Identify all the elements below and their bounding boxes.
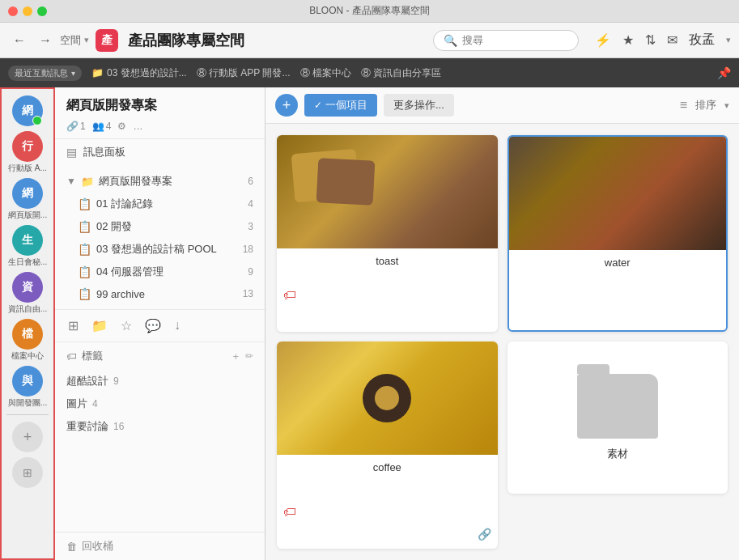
forward-button[interactable]: → [34,32,57,49]
project-settings-icon[interactable]: ⚙ [117,121,126,132]
space-icon-collab: 與 [12,366,43,397]
folder-01[interactable]: 📋 01 討論紀錄 4 [55,193,265,215]
pin-icon[interactable]: 📌 [717,66,731,79]
space-badge: 產 [96,29,118,52]
message-board-icon: ▤ [66,146,77,159]
folder-03[interactable]: 📋 03 發想過的設計稿 POOL 18 [55,238,265,261]
coffee-label: coffee [277,455,498,480]
space-title: 產品團隊專屬空間 [128,31,244,50]
one-item-button[interactable]: ✓ 一個項目 [304,94,377,117]
sidebar-message-board[interactable]: ▤ 訊息面板 [55,139,265,165]
grid-item-water[interactable]: water [508,135,728,332]
star-icon[interactable]: ★ [622,32,634,48]
toast-label: toast [277,248,498,274]
folder-shape [577,374,658,439]
folder-count-04: 9 [248,266,253,278]
breadcrumb-item-3[interactable]: ⑧ 資訊自由分享區 [361,66,441,80]
space-item-collab[interactable]: 與 與開發團... [6,366,49,408]
recent-dropdown-icon: ▾ [71,69,75,78]
nav-controls: ← → 空間 ▾ [8,32,89,49]
list-view-icon[interactable]: ≡ [680,98,687,112]
folder-icon-01: 📋 [78,197,91,210]
tab-comment[interactable]: 💬 [143,316,163,335]
window-controls[interactable] [8,6,47,16]
tag-label-0: 超酷設計 [66,374,108,388]
breadcrumb-item-0[interactable]: 📁 03 發想過的設計... [91,66,187,80]
user-menu[interactable]: 孜孟 [689,32,715,49]
space-dropdown-icon[interactable]: ▾ [84,35,89,45]
main-layout: 網 行 行動版 A... 網 網頁版開... 生 生日會秘... 資 資訊自由.… [0,87,739,560]
search-bar[interactable]: 🔍 [433,30,579,51]
folder-label-01: 01 討論紀錄 [96,197,153,211]
grid-item-coffee[interactable]: coffee 🏷 🔗 [277,342,498,549]
folder-web-project[interactable]: ▼ 📁 網頁版開發專案 6 [55,170,265,193]
tag-item-2[interactable]: 重要討論 16 [66,415,253,438]
folder-icon-web-project: 📁 [81,176,94,188]
search-icon: 🔍 [444,34,457,47]
project-more-icon[interactable]: … [133,121,142,132]
space-divider [6,414,48,415]
tag-item-1[interactable]: 圖片 4 [66,392,253,415]
trash-icon: 🗑 [66,541,77,553]
space-item-birthday[interactable]: 生 生日會秘... [6,225,49,267]
close-button[interactable] [8,6,18,16]
space-item-info[interactable]: 資 資訊自由... [6,272,49,314]
folder-count-02: 3 [248,221,253,232]
tag-add-icon[interactable]: + [232,350,239,363]
titlebar: BLOON - 產品團隊專屬空間 [0,0,739,23]
space-item-mobile[interactable]: 行 行動版 A... [6,131,49,173]
folder-04[interactable]: 📋 04 伺服器管理 9 [55,261,265,283]
breadcrumb-item-2[interactable]: ⑧ 檔案中心 [300,66,351,80]
project-header: 網頁版開發專案 🔗 1 👥 4 ⚙ … [55,87,265,139]
sort-dropdown-icon[interactable]: ▾ [724,100,729,111]
tab-star[interactable]: ☆ [119,316,134,335]
space-item-web[interactable]: 網 [6,95,49,126]
project-links: 🔗 1 [66,121,86,132]
sidebar-tabs: ⊞ 📁 ☆ 💬 ↓ [55,309,265,342]
tag-edit-icon[interactable]: ✏ [245,350,253,363]
window-title: BLOON - 產品團隊專屬空間 [309,4,430,18]
space-label-files: 檔案中心 [11,351,44,361]
breadcrumb-label-2: ⑧ 檔案中心 [300,66,351,80]
toolbar-icons: ⚡ ★ ⇅ ✉ 孜孟 ▾ [595,32,731,49]
content-area: + ✓ 一個項目 更多操作... ≡ 排序 ▾ toast 🏷 [265,87,739,560]
grid-item-material[interactable]: 素材 [508,342,728,494]
recent-badge[interactable]: 最近互動訊息 ▾ [8,66,82,81]
sort-label[interactable]: 排序 [695,98,716,112]
space-icon-info: 資 [12,272,43,303]
spaces-grid-button[interactable]: ⊞ [12,457,43,488]
tag-item-0[interactable]: 超酷設計 9 [66,370,253,392]
user-dropdown-icon[interactable]: ▾ [726,35,731,45]
folder-02[interactable]: 📋 02 開發 3 [55,215,265,238]
project-title: 網頁版開發專案 [66,97,253,114]
sidebar-footer[interactable]: 🗑 回收桶 [55,532,265,560]
link-icon: 🔗 [66,121,79,132]
search-input[interactable] [462,34,568,46]
breadcrumb-item-1[interactable]: ⑧ 行動版 APP 開發... [197,66,291,80]
tab-download[interactable]: ↓ [172,316,182,335]
breadcrumb-label-1: ⑧ 行動版 APP 開發... [197,66,291,80]
folder-icon-02: 📋 [78,220,91,233]
space-icon-web: 網 [12,95,43,126]
more-actions-button[interactable]: 更多操作... [384,94,454,117]
space-icon-mobile: 行 [12,131,43,162]
folder-label-web-project: 網頁版開發專案 [99,174,172,189]
project-members: 👥 4 [92,121,112,132]
back-button[interactable]: ← [8,32,31,49]
space-item-files[interactable]: 檔 檔案中心 [6,319,49,361]
tab-folder[interactable]: 📁 [90,316,109,335]
tags-section: 🏷 標籤 + ✏ 超酷設計 9 圖片 4 重要討論 16 [55,342,265,532]
space-label-web2: 網頁版開... [8,210,47,220]
minimize-button[interactable] [23,6,32,16]
mail-icon[interactable]: ✉ [667,32,677,48]
space-item-web2[interactable]: 網 網頁版開... [6,178,49,220]
sort-icon[interactable]: ⇅ [645,32,656,48]
add-space-button[interactable]: + [12,422,43,452]
maximize-button[interactable] [37,6,47,16]
folder-99[interactable]: 📋 99 archive 13 [55,283,265,304]
lightning-icon[interactable]: ⚡ [595,32,611,48]
water-label: water [509,250,727,275]
tab-grid[interactable]: ⊞ [66,316,80,335]
add-item-button[interactable]: + [275,94,298,117]
grid-item-toast[interactable]: toast 🏷 [277,135,498,332]
